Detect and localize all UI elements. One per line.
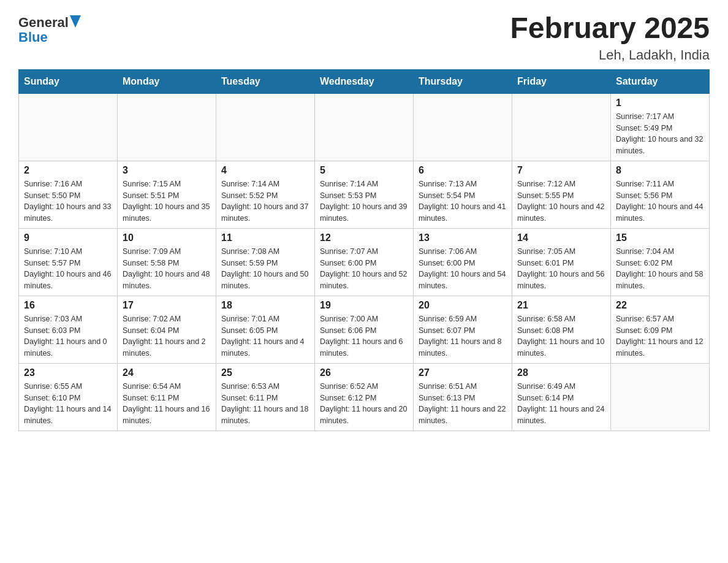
day-info: Sunrise: 7:07 AM Sunset: 6:00 PM Dayligh… <box>320 246 408 292</box>
day-number: 24 <box>123 367 211 378</box>
day-info: Sunrise: 6:54 AM Sunset: 6:11 PM Dayligh… <box>123 381 211 427</box>
calendar-cell: 17Sunrise: 7:02 AM Sunset: 6:04 PM Dayli… <box>118 296 216 363</box>
logo-triangle-icon <box>70 15 81 28</box>
calendar-cell: 26Sunrise: 6:52 AM Sunset: 6:12 PM Dayli… <box>315 363 414 431</box>
header-tuesday: Tuesday <box>216 69 315 93</box>
calendar-cell: 14Sunrise: 7:05 AM Sunset: 6:01 PM Dayli… <box>512 228 611 296</box>
day-info: Sunrise: 7:11 AM Sunset: 5:56 PM Dayligh… <box>616 178 704 224</box>
calendar-cell: 5Sunrise: 7:14 AM Sunset: 5:53 PM Daylig… <box>315 161 414 228</box>
day-number: 13 <box>419 232 507 243</box>
calendar-cell: 28Sunrise: 6:49 AM Sunset: 6:14 PM Dayli… <box>512 363 611 431</box>
day-info: Sunrise: 6:52 AM Sunset: 6:12 PM Dayligh… <box>320 381 408 427</box>
calendar-cell: 7Sunrise: 7:12 AM Sunset: 5:55 PM Daylig… <box>512 161 611 228</box>
calendar-table: SundayMondayTuesdayWednesdayThursdayFrid… <box>18 69 710 431</box>
calendar-header-row: SundayMondayTuesdayWednesdayThursdayFrid… <box>19 69 710 93</box>
day-info: Sunrise: 7:01 AM Sunset: 6:05 PM Dayligh… <box>221 313 309 359</box>
header-monday: Monday <box>118 69 216 93</box>
calendar-cell: 24Sunrise: 6:54 AM Sunset: 6:11 PM Dayli… <box>118 363 216 431</box>
day-number: 18 <box>221 300 309 311</box>
calendar-cell: 21Sunrise: 6:58 AM Sunset: 6:08 PM Dayli… <box>512 296 611 363</box>
month-title: February 2025 <box>510 12 710 45</box>
day-info: Sunrise: 7:17 AM Sunset: 5:49 PM Dayligh… <box>616 111 704 157</box>
day-info: Sunrise: 7:15 AM Sunset: 5:51 PM Dayligh… <box>123 178 211 224</box>
day-number: 28 <box>517 367 605 378</box>
calendar-cell: 13Sunrise: 7:06 AM Sunset: 6:00 PM Dayli… <box>414 228 512 296</box>
day-info: Sunrise: 7:12 AM Sunset: 5:55 PM Dayligh… <box>517 178 605 224</box>
calendar-cell <box>216 93 315 161</box>
day-info: Sunrise: 7:00 AM Sunset: 6:06 PM Dayligh… <box>320 313 408 359</box>
day-info: Sunrise: 6:58 AM Sunset: 6:08 PM Dayligh… <box>517 313 605 359</box>
day-number: 8 <box>616 165 704 176</box>
day-info: Sunrise: 7:14 AM Sunset: 5:53 PM Dayligh… <box>320 178 408 224</box>
week-row-1: 2Sunrise: 7:16 AM Sunset: 5:50 PM Daylig… <box>19 161 710 228</box>
header: General Blue February 2025 Leh, Ladakh, … <box>18 12 710 63</box>
day-info: Sunrise: 6:51 AM Sunset: 6:13 PM Dayligh… <box>419 381 507 427</box>
day-number: 9 <box>24 232 112 243</box>
calendar-cell: 1Sunrise: 7:17 AM Sunset: 5:49 PM Daylig… <box>611 93 710 161</box>
calendar-cell: 19Sunrise: 7:00 AM Sunset: 6:06 PM Dayli… <box>315 296 414 363</box>
day-info: Sunrise: 7:03 AM Sunset: 6:03 PM Dayligh… <box>24 313 112 359</box>
day-number: 11 <box>221 232 309 243</box>
title-area: February 2025 Leh, Ladakh, India <box>510 12 710 63</box>
day-info: Sunrise: 7:04 AM Sunset: 6:02 PM Dayligh… <box>616 246 704 292</box>
day-info: Sunrise: 6:49 AM Sunset: 6:14 PM Dayligh… <box>517 381 605 427</box>
day-number: 14 <box>517 232 605 243</box>
day-info: Sunrise: 7:09 AM Sunset: 5:58 PM Dayligh… <box>123 246 211 292</box>
calendar-cell: 18Sunrise: 7:01 AM Sunset: 6:05 PM Dayli… <box>216 296 315 363</box>
logo: General Blue <box>18 15 81 45</box>
header-friday: Friday <box>512 69 611 93</box>
calendar-cell: 16Sunrise: 7:03 AM Sunset: 6:03 PM Dayli… <box>19 296 118 363</box>
week-row-0: 1Sunrise: 7:17 AM Sunset: 5:49 PM Daylig… <box>19 93 710 161</box>
calendar-cell <box>19 93 118 161</box>
header-saturday: Saturday <box>611 69 710 93</box>
day-number: 1 <box>616 98 704 109</box>
day-number: 20 <box>419 300 507 311</box>
day-info: Sunrise: 7:08 AM Sunset: 5:59 PM Dayligh… <box>221 246 309 292</box>
calendar-cell: 6Sunrise: 7:13 AM Sunset: 5:54 PM Daylig… <box>414 161 512 228</box>
day-info: Sunrise: 7:10 AM Sunset: 5:57 PM Dayligh… <box>24 246 112 292</box>
calendar-cell: 25Sunrise: 6:53 AM Sunset: 6:11 PM Dayli… <box>216 363 315 431</box>
day-info: Sunrise: 7:14 AM Sunset: 5:52 PM Dayligh… <box>221 178 309 224</box>
day-number: 3 <box>123 165 211 176</box>
logo-general-text: General <box>18 15 69 30</box>
day-number: 10 <box>123 232 211 243</box>
calendar-cell <box>611 363 710 431</box>
day-number: 4 <box>221 165 309 176</box>
day-info: Sunrise: 6:57 AM Sunset: 6:09 PM Dayligh… <box>616 313 704 359</box>
calendar-cell: 9Sunrise: 7:10 AM Sunset: 5:57 PM Daylig… <box>19 228 118 296</box>
day-info: Sunrise: 6:55 AM Sunset: 6:10 PM Dayligh… <box>24 381 112 427</box>
day-number: 6 <box>419 165 507 176</box>
day-info: Sunrise: 6:53 AM Sunset: 6:11 PM Dayligh… <box>221 381 309 427</box>
calendar-cell: 10Sunrise: 7:09 AM Sunset: 5:58 PM Dayli… <box>118 228 216 296</box>
day-info: Sunrise: 6:59 AM Sunset: 6:07 PM Dayligh… <box>419 313 507 359</box>
calendar-cell: 12Sunrise: 7:07 AM Sunset: 6:00 PM Dayli… <box>315 228 414 296</box>
week-row-3: 16Sunrise: 7:03 AM Sunset: 6:03 PM Dayli… <box>19 296 710 363</box>
calendar-cell: 15Sunrise: 7:04 AM Sunset: 6:02 PM Dayli… <box>611 228 710 296</box>
day-info: Sunrise: 7:06 AM Sunset: 6:00 PM Dayligh… <box>419 246 507 292</box>
day-number: 27 <box>419 367 507 378</box>
calendar-cell: 23Sunrise: 6:55 AM Sunset: 6:10 PM Dayli… <box>19 363 118 431</box>
day-number: 15 <box>616 232 704 243</box>
header-wednesday: Wednesday <box>315 69 414 93</box>
calendar-cell: 8Sunrise: 7:11 AM Sunset: 5:56 PM Daylig… <box>611 161 710 228</box>
day-number: 23 <box>24 367 112 378</box>
calendar-cell: 3Sunrise: 7:15 AM Sunset: 5:51 PM Daylig… <box>118 161 216 228</box>
calendar-cell: 4Sunrise: 7:14 AM Sunset: 5:52 PM Daylig… <box>216 161 315 228</box>
week-row-4: 23Sunrise: 6:55 AM Sunset: 6:10 PM Dayli… <box>19 363 710 431</box>
day-number: 7 <box>517 165 605 176</box>
calendar-cell: 20Sunrise: 6:59 AM Sunset: 6:07 PM Dayli… <box>414 296 512 363</box>
calendar-cell: 22Sunrise: 6:57 AM Sunset: 6:09 PM Dayli… <box>611 296 710 363</box>
calendar-cell: 2Sunrise: 7:16 AM Sunset: 5:50 PM Daylig… <box>19 161 118 228</box>
week-row-2: 9Sunrise: 7:10 AM Sunset: 5:57 PM Daylig… <box>19 228 710 296</box>
calendar-cell: 11Sunrise: 7:08 AM Sunset: 5:59 PM Dayli… <box>216 228 315 296</box>
calendar-cell <box>512 93 611 161</box>
svg-marker-0 <box>70 15 81 28</box>
header-thursday: Thursday <box>414 69 512 93</box>
day-number: 17 <box>123 300 211 311</box>
calendar-cell <box>315 93 414 161</box>
calendar-cell: 27Sunrise: 6:51 AM Sunset: 6:13 PM Dayli… <box>414 363 512 431</box>
day-info: Sunrise: 7:13 AM Sunset: 5:54 PM Dayligh… <box>419 178 507 224</box>
day-number: 2 <box>24 165 112 176</box>
calendar-cell <box>118 93 216 161</box>
day-number: 26 <box>320 367 408 378</box>
